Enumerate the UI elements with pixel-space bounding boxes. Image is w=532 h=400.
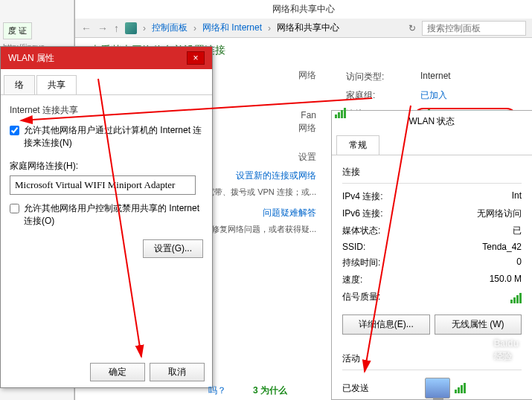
status-title: WLAN 状态 <box>332 111 532 132</box>
home-connection-combo[interactable]: Microsoft Virtual WIFI Miniport Adapter <box>10 175 196 195</box>
speed-value: 150.0 M <box>490 274 522 286</box>
dialog-title: WLAN 属性 <box>8 52 54 65</box>
wlan-properties-dialog: WLAN 属性 × 络 共享 Internet 连接共享 允许其他网络用户通过此… <box>0 46 213 388</box>
cancel-button[interactable]: 取消 <box>150 363 205 381</box>
access-type-label: 访问类型: <box>346 71 398 83</box>
signal-quality-icon <box>510 291 522 303</box>
allow-control-checkbox[interactable] <box>10 204 19 213</box>
breadcrumb-control-panel[interactable]: 控制面板 <box>152 22 188 34</box>
tab-networking[interactable]: 络 <box>4 75 35 94</box>
dialog-titlebar[interactable]: WLAN 属性 × <box>1 47 212 69</box>
duration-label: 持续时间: <box>342 257 380 269</box>
homegroup-label: 家庭组: <box>346 89 398 102</box>
up-button[interactable]: ↑ <box>114 22 119 34</box>
sent-label: 已发送 <box>342 382 369 395</box>
media-value: 已 <box>513 225 522 237</box>
allow-share-checkbox-row[interactable]: 允许其他网络用户通过此计算机的 Internet 连接来连接(N) <box>10 124 203 149</box>
wireless-properties-button[interactable]: 无线属性 (W) <box>435 314 522 335</box>
duration-value: 0 <box>516 257 522 269</box>
ipv4-value: Int <box>512 190 522 203</box>
media-label: 媒体状态: <box>342 225 380 237</box>
refresh-icon[interactable]: ↻ <box>408 23 416 33</box>
control-panel-icon <box>125 22 137 34</box>
footer-text-2: 3 为什么 <box>253 384 287 397</box>
explorer-toolbar: ← → ↑ › 控制面板 › 网络和 Internet › 网络和共享中心 ↻ <box>75 19 532 38</box>
ssid-label: SSID: <box>342 242 365 252</box>
tab-sharing[interactable]: 共享 <box>36 75 77 94</box>
baidu-watermark: Baidu经验 <box>494 335 519 363</box>
ipv6-value: 无网络访问 <box>477 207 522 220</box>
connection-section-label: 连接 <box>342 161 522 183</box>
window-title: 网络和共享中心 <box>75 0 532 19</box>
speed-label: 速度: <box>342 274 362 286</box>
breadcrumb-current: 网络和共享中心 <box>277 22 339 34</box>
allow-control-checkbox-row[interactable]: 允许其他网络用户控制或禁用共享的 Internet 连接(O) <box>10 202 203 228</box>
back-button[interactable]: ← <box>81 22 92 34</box>
ssid-value: Tenda_42 <box>482 242 522 252</box>
ipv6-label: IPv6 连接: <box>342 207 383 220</box>
allow-share-checkbox[interactable] <box>10 126 19 135</box>
forward-button[interactable]: → <box>97 22 108 34</box>
activity-signal-icon <box>455 383 466 393</box>
search-input[interactable] <box>422 21 526 36</box>
ok-button[interactable]: 确定 <box>90 363 145 381</box>
link-troubleshoot[interactable]: 问题疑难解答 <box>263 207 316 218</box>
access-type-value: Internet <box>420 71 451 83</box>
link-new-connection[interactable]: 设置新的连接或网络 <box>236 170 316 181</box>
ipv4-label: IPv4 连接: <box>342 190 383 203</box>
allow-control-label: 允许其他网络用户控制或禁用共享的 Internet 连接(O) <box>24 202 203 228</box>
settings-button[interactable]: 设置(G)... <box>143 239 203 258</box>
signal-quality-label: 信号质量: <box>342 291 380 303</box>
ics-group-label: Internet 连接共享 <box>10 104 203 117</box>
status-signal-icon <box>335 108 346 120</box>
computer-icon <box>425 378 450 399</box>
breadcrumb-network-internet[interactable]: 网络和 Internet <box>202 22 262 34</box>
allow-share-label: 允许其他网络用户通过此计算机的 Internet 连接来连接(N) <box>24 124 203 149</box>
close-button[interactable]: × <box>187 51 205 65</box>
footer-text-1: 吗？ <box>208 384 226 397</box>
home-connection-label: 家庭网络连接(H): <box>10 160 203 172</box>
tab-general[interactable]: 常规 <box>336 135 379 155</box>
homegroup-link[interactable]: 已加入 <box>420 89 447 102</box>
details-button[interactable]: 详细信息(E)... <box>342 314 430 335</box>
browser-tab[interactable]: 度 证 <box>3 22 32 39</box>
